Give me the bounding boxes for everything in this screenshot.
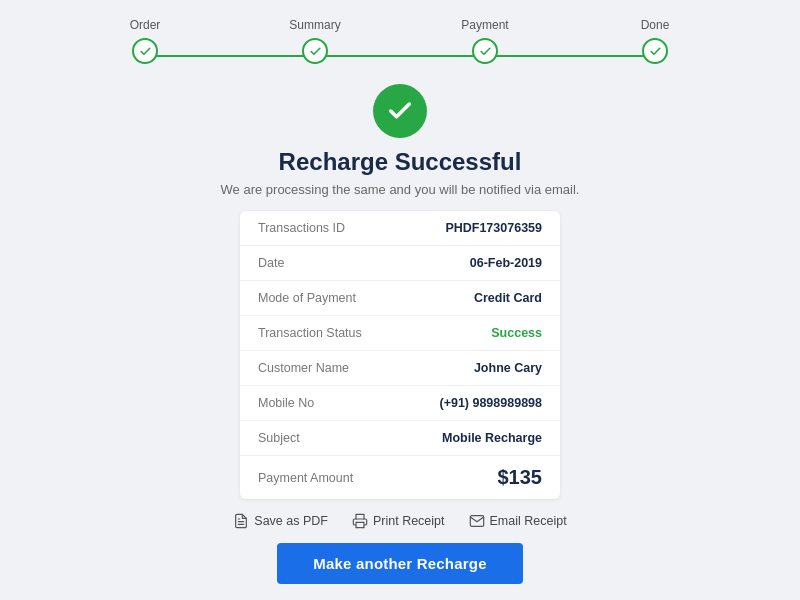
receipt-row: Date 06-Feb-2019 — [240, 246, 560, 281]
stepper: Order Summary Payment — [0, 0, 800, 74]
receipt-label: Mobile No — [258, 396, 314, 410]
receipt-row: Payment Amount $135 — [240, 456, 560, 499]
receipt-value: Credit Card — [474, 291, 542, 305]
page-title: Recharge Successful — [279, 148, 522, 176]
receipt-row: Subject Mobile Recharge — [240, 421, 560, 456]
print-button[interactable]: Print Receipt — [352, 513, 445, 529]
step-label: Payment — [461, 18, 508, 32]
receipt-row: Customer Name Johne Cary — [240, 351, 560, 386]
step-connector — [315, 55, 485, 57]
step-circle — [302, 38, 328, 64]
receipt-label: Payment Amount — [258, 471, 353, 485]
step-connector — [485, 55, 655, 57]
email-icon — [469, 513, 485, 529]
receipt-row: Mode of Payment Credit Card — [240, 281, 560, 316]
email-button[interactable]: Email Receipt — [469, 513, 567, 529]
receipt-value: 06-Feb-2019 — [470, 256, 542, 270]
main-content: Recharge Successful We are processing th… — [0, 74, 800, 584]
file-icon — [233, 513, 249, 529]
receipt-label: Date — [258, 256, 284, 270]
receipt-label: Subject — [258, 431, 300, 445]
step-circle — [132, 38, 158, 64]
step-connector — [145, 55, 315, 57]
step-circle — [472, 38, 498, 64]
receipt-value: Mobile Recharge — [442, 431, 542, 445]
receipt-label: Mode of Payment — [258, 291, 356, 305]
step-order: Order — [60, 18, 230, 64]
step-label: Summary — [289, 18, 340, 32]
receipt-card: Transactions ID PHDF173076359 Date 06-Fe… — [240, 211, 560, 499]
save-pdf-button[interactable]: Save as PDF — [233, 513, 328, 529]
action-label: Email Receipt — [490, 514, 567, 528]
receipt-value: Johne Cary — [474, 361, 542, 375]
receipt-actions: Save as PDF Print Receipt Email Receipt — [233, 513, 566, 529]
success-icon — [373, 84, 427, 138]
step-circle — [642, 38, 668, 64]
print-icon — [352, 513, 368, 529]
step-payment: Payment — [400, 18, 570, 64]
action-label: Print Receipt — [373, 514, 445, 528]
receipt-label: Customer Name — [258, 361, 349, 375]
receipt-label: Transaction Status — [258, 326, 362, 340]
receipt-value: (+91) 9898989898 — [439, 396, 542, 410]
page-subtitle: We are processing the same and you will … — [221, 182, 580, 197]
step-label: Order — [130, 18, 161, 32]
action-label: Save as PDF — [254, 514, 328, 528]
make-another-recharge-button[interactable]: Make another Recharge — [277, 543, 522, 584]
receipt-value: PHDF173076359 — [445, 221, 542, 235]
step-summary: Summary — [230, 18, 400, 64]
step-label: Done — [641, 18, 670, 32]
receipt-value: $135 — [498, 466, 543, 489]
receipt-row: Mobile No (+91) 9898989898 — [240, 386, 560, 421]
receipt-row: Transaction Status Success — [240, 316, 560, 351]
receipt-label: Transactions ID — [258, 221, 345, 235]
step-done: Done — [570, 18, 740, 64]
receipt-value: Success — [491, 326, 542, 340]
receipt-row: Transactions ID PHDF173076359 — [240, 211, 560, 246]
svg-rect-2 — [356, 522, 364, 527]
